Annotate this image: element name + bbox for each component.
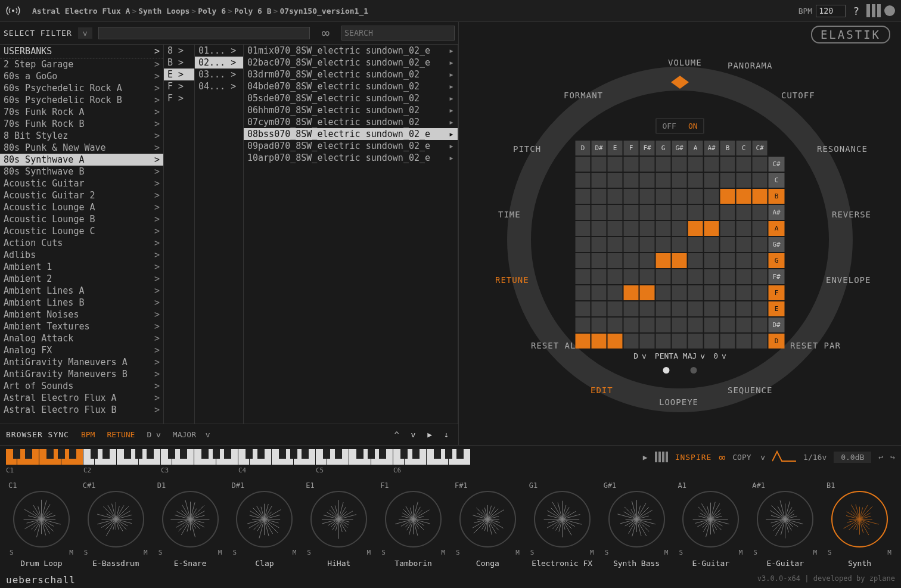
sync-retune[interactable]: RETUNE <box>107 430 135 439</box>
browser-row[interactable]: 05sde070_8SW_electric sundown_02▸ <box>244 92 458 104</box>
browser-row[interactable]: 60s a GoGo> <box>0 70 163 82</box>
param-edit[interactable]: EDIT <box>591 385 613 395</box>
next-button[interactable]: v <box>408 429 420 440</box>
param-pitch[interactable]: PITCH <box>513 144 541 154</box>
browser-row[interactable]: Astral Electro Flux B> <box>0 404 163 416</box>
browser-row[interactable]: Ambient 2> <box>0 273 163 285</box>
browser-row[interactable]: 60s Psychedelic Rock B> <box>0 94 163 106</box>
browser-row[interactable]: F > <box>164 92 194 104</box>
browser-row[interactable]: 80s Punk & New Wave> <box>0 142 163 154</box>
browser-row[interactable]: E > <box>164 69 194 80</box>
browser-row[interactable]: Acoustic Lounge C> <box>0 225 163 237</box>
volume-indicator[interactable] <box>671 76 689 89</box>
page-dots[interactable] <box>663 367 697 374</box>
sync-bpm[interactable]: BPM <box>81 430 95 439</box>
copy-button[interactable]: COPY v <box>732 453 765 462</box>
sync-scale[interactable]: MAJOR v <box>173 430 210 439</box>
browser-row[interactable]: AntiGravity Maneuvers A> <box>0 356 163 368</box>
userbanks-header[interactable]: USERBANKS> <box>0 45 163 58</box>
browser-row[interactable]: 10arp070_8SW_electric sundown_02_e▸ <box>244 152 458 164</box>
browser-row[interactable]: Acoustic Guitar> <box>0 178 163 189</box>
browser-row[interactable]: 70s Funk Rock A> <box>0 106 163 118</box>
browser-row[interactable]: Acoustic Guitar 2> <box>0 189 163 201</box>
gain-value[interactable]: 0.0dB <box>834 452 871 463</box>
browser-row[interactable]: Analog FX> <box>0 344 163 356</box>
breadcrumb[interactable]: Astral Electro Flux A>Synth Loops>Poly 6… <box>32 7 799 15</box>
filter-input[interactable] <box>98 27 310 39</box>
browser-row[interactable]: Acoustic Lounge B> <box>0 213 163 225</box>
browser-row[interactable]: 01... > <box>195 45 243 57</box>
sample-slot[interactable]: F1 SM Tamborin <box>378 481 449 568</box>
undo-icon[interactable]: ↩ <box>878 453 883 462</box>
browser-row[interactable]: 80s Synthwave B> <box>0 166 163 178</box>
param-resonance[interactable]: RESONANCE <box>817 144 868 154</box>
keyboard-octave-selector[interactable]: C1C2C3C4C5C6 <box>6 449 471 465</box>
browser-row[interactable]: Action Cuts> <box>0 237 163 249</box>
browser-row[interactable]: 08bss070_8SW_electric sundown_02_e▸ <box>244 128 458 140</box>
sample-slot[interactable]: D1 SM E-Snare <box>155 481 226 568</box>
browser-row[interactable]: 04bde070_8SW_electric sundown_02▸ <box>244 80 458 92</box>
browser-row[interactable]: 07cym070_8SW_electric sundown_02▸ <box>244 116 458 128</box>
scale-selector[interactable]: Dv PENTA MAJv 0v <box>633 351 726 360</box>
prev-button[interactable]: ^ <box>391 429 403 440</box>
browser-row[interactable]: Ambient 1> <box>0 261 163 273</box>
param-volume[interactable]: VOLUME <box>668 58 702 67</box>
browser-row[interactable]: AntiGravity Maneuvers B> <box>0 368 163 380</box>
search-input[interactable] <box>341 26 455 41</box>
onoff-toggle[interactable]: OFF ON <box>655 119 704 133</box>
browser-row[interactable]: Ambient Noises> <box>0 309 163 321</box>
browser-row[interactable]: 02bac070_8SW_electric sundown_02_e▸ <box>244 57 458 69</box>
sample-slot[interactable]: G1 SM Electronic FX <box>527 481 598 568</box>
inspire-infinity-icon[interactable]: ∞ <box>719 451 725 463</box>
browser-row[interactable]: B > <box>164 57 194 69</box>
browser-row[interactable]: F > <box>164 80 194 92</box>
play-button[interactable]: ▶ <box>424 429 436 440</box>
play-all-button[interactable]: ▶ <box>643 453 648 462</box>
param-loopeye[interactable]: LOOPEYE <box>659 397 698 407</box>
browser-row[interactable]: 60s Psychedelic Rock A> <box>0 82 163 94</box>
filter-dropdown[interactable]: v <box>78 27 92 39</box>
sample-slot[interactable]: F#1 SM Conga <box>452 481 523 568</box>
sample-slot[interactable]: C#1 SM E-Bassdrum <box>80 481 151 568</box>
download-icon[interactable]: ⇣ <box>440 429 452 440</box>
sample-slot[interactable]: G#1 SM Synth Bass <box>601 481 672 568</box>
browser-row[interactable]: 03drm070_8SW_electric sundown_02▸ <box>244 69 458 80</box>
infinity-icon[interactable]: ∞ <box>322 26 330 41</box>
browser-row[interactable]: 8 > <box>164 45 194 57</box>
browser-row[interactable]: Astral Electro Flux A> <box>0 392 163 404</box>
sample-slot[interactable]: C1 SM Drum Loop <box>6 481 77 568</box>
bpm-input[interactable] <box>816 5 846 17</box>
browser-row[interactable]: 02... > <box>195 57 243 69</box>
sample-slot[interactable]: A1 SM E-Guitar <box>675 481 746 568</box>
param-reset-par[interactable]: RESET PAR <box>790 341 841 350</box>
browser-row[interactable]: Acoustic Lounge A> <box>0 201 163 213</box>
broadcast-icon[interactable] <box>6 4 20 18</box>
help-icon[interactable]: ? <box>853 5 859 17</box>
rate-select[interactable]: 1/16v <box>803 453 827 462</box>
browser-row[interactable]: 09pad070_8SW_electric sundown_02_e▸ <box>244 140 458 152</box>
sample-slot[interactable]: A#1 SM E-Guitar <box>750 481 821 568</box>
sample-slot[interactable]: B1 SM Synth <box>824 481 895 568</box>
sync-key[interactable]: D v <box>147 430 160 439</box>
param-reset-all[interactable]: RESET ALL <box>531 341 582 350</box>
browser-row[interactable]: Adlibs> <box>0 249 163 261</box>
param-time[interactable]: TIME <box>498 210 521 219</box>
param-formant[interactable]: FORMANT <box>564 91 603 100</box>
browser-row[interactable]: 03... > <box>195 69 243 80</box>
browser-row[interactable]: 80s Synthwave A> <box>0 154 163 166</box>
browser-row[interactable]: 70s Funk Rock B> <box>0 118 163 130</box>
browser-row[interactable]: Ambient Lines B> <box>0 297 163 309</box>
menu-icon[interactable] <box>866 4 895 17</box>
browser-row[interactable]: 04... > <box>195 80 243 92</box>
browser-row[interactable]: 06hhm070_8SW_electric sundown_02▸ <box>244 104 458 116</box>
param-sequence[interactable]: SEQUENCE <box>728 385 772 395</box>
envelope-icon[interactable] <box>772 450 796 464</box>
browser-row[interactable]: 01mix070_8SW_electric sundown_02_e▸ <box>244 45 458 57</box>
param-reverse[interactable]: REVERSE <box>832 210 871 219</box>
sample-slot[interactable]: D#1 SM Clap <box>229 481 300 568</box>
param-retune[interactable]: RETUNE <box>495 275 529 285</box>
param-cutoff[interactable]: CUTOFF <box>781 91 815 100</box>
browser-row[interactable]: Ambient Lines A> <box>0 285 163 297</box>
param-panorama[interactable]: PANORAMA <box>728 61 772 70</box>
redo-icon[interactable]: ↪ <box>890 453 895 462</box>
